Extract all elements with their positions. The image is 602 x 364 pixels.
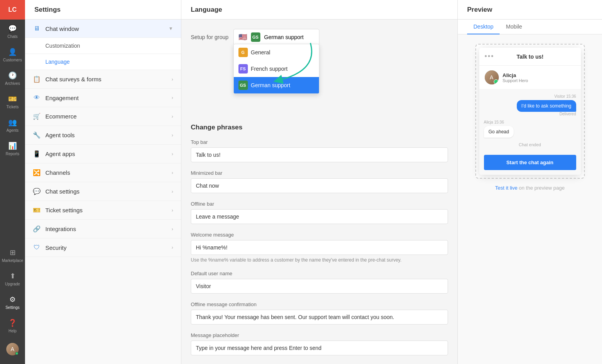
- chevron-right-icon: ›: [172, 226, 173, 232]
- preview-footer-text2: on the preview page: [519, 185, 564, 191]
- chat-topbar-title: Talk to us!: [516, 54, 543, 60]
- agent-name: Alicja: [503, 72, 528, 78]
- chevron-right-icon: ›: [172, 151, 173, 157]
- sidebar-item-label: Marketplace: [2, 258, 23, 263]
- chevron-right-icon: ›: [172, 77, 173, 82]
- top-bar-input[interactable]: [191, 147, 448, 162]
- agent-avatar-img: A: [485, 70, 499, 84]
- settings-menu-security[interactable]: 🛡 Security ›: [25, 238, 181, 257]
- minimized-bar-input[interactable]: [191, 178, 448, 193]
- tab-desktop[interactable]: Desktop: [467, 20, 500, 34]
- settings-menu-agent-apps[interactable]: 📱 Agent apps ›: [25, 145, 181, 163]
- settings-menu-agent-tools[interactable]: 🔧 Agent tools ›: [25, 126, 181, 145]
- chevron-right-icon: ›: [172, 170, 173, 176]
- sidebar-item-help[interactable]: ❓ Help: [0, 314, 25, 337]
- group-dropdown-menu: G General FS French support GS German su…: [233, 44, 319, 94]
- sidebar-item-agents[interactable]: 👥 Agents: [0, 113, 25, 137]
- marketplace-icon: ⊞: [10, 248, 16, 257]
- dropdown-item-german-support[interactable]: GS German support: [234, 77, 319, 93]
- agent-bubble: Go ahead: [484, 126, 514, 138]
- chat-widget: ••• Talk to us! A Alicja Support Hero: [475, 44, 585, 179]
- chat-menu-dots: •••: [485, 52, 494, 61]
- settings-menu-label: Engagement: [45, 95, 79, 101]
- sidebar-item-archives[interactable]: 🕐 Archives: [0, 66, 25, 90]
- settings-menu-label: Chat settings: [45, 188, 80, 195]
- group-selected-display[interactable]: 🇺🇸 GS German support: [233, 29, 319, 45]
- user-avatar-nav[interactable]: A: [0, 337, 25, 361]
- message-placeholder-label: Message placeholder: [191, 332, 448, 338]
- chevron-right-icon: ›: [172, 133, 173, 138]
- settings-panel-title: Settings: [25, 0, 181, 20]
- sidebar-item-tickets[interactable]: 🎫 Tickets: [0, 90, 25, 113]
- welcome-message-input[interactable]: [191, 240, 448, 255]
- preview-body: ••• Talk to us! A Alicja Support Hero: [458, 34, 602, 200]
- message-time: Visitor 15:36: [484, 94, 576, 99]
- chevron-right-icon: ›: [172, 189, 173, 194]
- settings-menu-chat-surveys[interactable]: 📋 Chat surveys & forms ›: [25, 70, 181, 89]
- chat-settings-icon: 💬: [33, 188, 41, 195]
- agents-icon: 👥: [8, 118, 17, 127]
- customers-icon: 👤: [8, 48, 17, 56]
- offline-bar-group: Offline bar: [191, 201, 448, 224]
- agent-bubble-wrapper: Go ahead: [484, 124, 576, 138]
- upgrade-icon: ⬆: [10, 272, 16, 280]
- message-placeholder-group: Message placeholder: [191, 332, 448, 355]
- start-chat-again-button[interactable]: Start the chat again: [484, 155, 576, 170]
- sidebar-item-label: Chats: [7, 34, 18, 39]
- sidebar-item-label: Upgrade: [5, 282, 20, 286]
- agent-avatar: A: [485, 70, 499, 84]
- sidebar-item-chats[interactable]: 💬 Chats: [0, 20, 25, 43]
- tab-mobile[interactable]: Mobile: [500, 20, 528, 34]
- welcome-message-label: Welcome message: [191, 232, 448, 238]
- settings-menu-integrations[interactable]: 🔗 Integrations ›: [25, 220, 181, 238]
- settings-menu-engagement[interactable]: 👁 Engagement ›: [25, 89, 181, 107]
- sidebar-item-reports[interactable]: 📊 Reports: [0, 137, 25, 160]
- dropdown-item-label: French support: [251, 66, 288, 72]
- group-dropdown[interactable]: 🇺🇸 GS German support G General FS French…: [233, 29, 319, 45]
- settings-menu-label: Agent apps: [45, 151, 75, 157]
- chat-agent-row: A Alicja Support Hero: [479, 66, 581, 90]
- change-phrases-section: Change phrases Top bar Minimized bar Off…: [191, 124, 448, 355]
- channels-icon: 🔀: [33, 169, 41, 176]
- settings-icon: ⚙: [9, 295, 16, 304]
- submenu-customization[interactable]: Customization: [25, 38, 181, 54]
- ticket-settings-icon: 🎫: [33, 206, 41, 214]
- settings-menu-chat-window[interactable]: 🖥 Chat window ▼: [25, 20, 181, 38]
- submenu-language[interactable]: Language: [25, 54, 181, 70]
- ecommerce-icon: 🛒: [33, 113, 41, 120]
- left-navigation: LC 💬 Chats 👤 Customers 🕐 Archives 🎫 Tick…: [0, 0, 25, 364]
- test-it-live-link[interactable]: Test it live: [495, 185, 518, 191]
- sidebar-item-label: Customers: [3, 58, 22, 62]
- offline-confirmation-input[interactable]: [191, 310, 448, 325]
- settings-menu-channels[interactable]: 🔀 Channels ›: [25, 163, 181, 182]
- group-avatar: GS: [251, 32, 260, 42]
- sidebar-item-customers[interactable]: 👤 Customers: [0, 43, 25, 66]
- dropdown-item-general[interactable]: G General: [234, 44, 319, 61]
- minimized-bar-group: Minimized bar: [191, 170, 448, 193]
- page-title: Language: [181, 0, 457, 20]
- settings-menu-ticket-settings[interactable]: 🎫 Ticket settings ›: [25, 201, 181, 220]
- offline-bar-input[interactable]: [191, 209, 448, 224]
- offline-bar-label: Offline bar: [191, 201, 448, 207]
- default-user-name-input[interactable]: [191, 279, 448, 294]
- settings-menu-label: Chat surveys & forms: [45, 76, 101, 82]
- setup-for-group-row: Setup for group 🇺🇸 GS German support G G…: [191, 29, 448, 45]
- main-body: Setup for group 🇺🇸 GS German support G G…: [181, 20, 457, 364]
- sidebar-item-settings[interactable]: ⚙ Settings: [0, 290, 25, 314]
- default-user-name-label: Default user name: [191, 271, 448, 276]
- sidebar-item-marketplace[interactable]: ⊞ Marketplace: [0, 244, 25, 267]
- sidebar-item-label: Settings: [5, 305, 20, 310]
- message-placeholder-input[interactable]: [191, 341, 448, 355]
- preview-title: Preview: [458, 0, 602, 20]
- sidebar-item-upgrade[interactable]: ⬆ Upgrade: [0, 267, 25, 290]
- settings-menu-label: Security: [45, 244, 66, 251]
- welcome-message-group: Welcome message Use the %name% variable …: [191, 232, 448, 263]
- dropdown-item-french-support[interactable]: FS French support: [234, 61, 319, 77]
- chat-ended-label: Chat ended: [484, 142, 576, 147]
- change-phrases-title: Change phrases: [191, 124, 448, 131]
- chevron-right-icon: ›: [172, 208, 173, 213]
- chats-icon: 💬: [8, 24, 17, 33]
- group-selected-name: German support: [264, 34, 304, 40]
- settings-menu-chat-settings[interactable]: 💬 Chat settings ›: [25, 182, 181, 201]
- settings-menu-ecommerce[interactable]: 🛒 Ecommerce ›: [25, 107, 181, 126]
